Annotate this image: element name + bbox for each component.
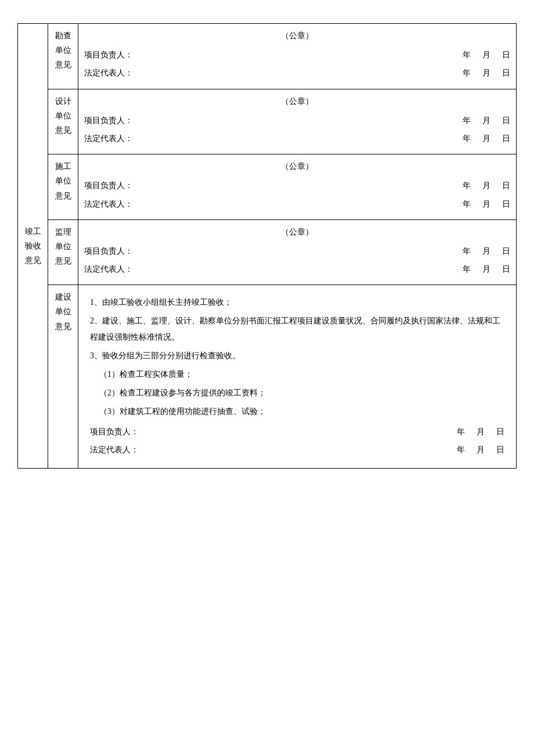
- label-supervision: 监理 单位 意见: [48, 219, 78, 285]
- sig-row-survey-2: 法定代表人： 年 月 日: [84, 66, 510, 80]
- content-design: （公章） 项目负责人： 年 月 日 法定代表人：: [78, 89, 517, 154]
- content-line-3: 3、验收分组为三部分分别进行检查验收。: [90, 348, 504, 364]
- content-line-5: （2）检查工程建设参与各方提供的竣工资料；: [90, 385, 504, 401]
- role-construction-1: 项目负责人：: [84, 178, 133, 193]
- date-construction-2: 年 月 日: [463, 197, 510, 211]
- row-owner: 建设 单位 意见 1、由竣工验收小组组长主持竣工验收； 2、建设、施工、监理、设…: [18, 285, 517, 468]
- month-survey-1: 月: [482, 48, 490, 62]
- sig-row-construction-2: 法定代表人： 年 月 日: [84, 197, 510, 211]
- role-survey-2: 法定代表人：: [84, 66, 133, 80]
- sig-row-construction-1: 项目负责人： 年 月 日: [84, 178, 510, 193]
- date-owner-1: 年 月 日: [457, 424, 504, 439]
- content-line-6: （3）对建筑工程的使用功能进行抽查、试验；: [90, 404, 504, 420]
- label-owner: 建设 单位 意见: [48, 285, 78, 468]
- stamp-survey: （公章）: [84, 28, 510, 43]
- day-supervision-1: 日: [502, 244, 510, 258]
- day-owner-2: 日: [496, 442, 504, 457]
- content-line-4: （1）检查工程实体质量；: [90, 366, 504, 383]
- stamp-design: （公章）: [84, 94, 510, 109]
- label-construction: 施工 单位 意见: [48, 154, 78, 220]
- page-wrapper: 竣工 验收 意见 勘查 单位 意见 （公章） 项目负责人： 年 月 日: [17, 23, 517, 469]
- date-supervision-2: 年 月 日: [463, 262, 510, 276]
- content-supervision: （公章） 项目负责人： 年 月 日 法定代表人：: [78, 219, 517, 285]
- content-construction: （公章） 项目负责人： 年 月 日 法定代表人：: [78, 154, 517, 220]
- date-design-1: 年 月 日: [463, 113, 510, 128]
- day-design-1: 日: [502, 113, 510, 128]
- month-owner-2: 月: [477, 442, 485, 457]
- role-supervision-2: 法定代表人：: [84, 262, 133, 276]
- row-supervision: 监理 单位 意见 （公章） 项目负责人： 年 月 日 法定代表人：: [18, 219, 517, 285]
- month-construction-1: 月: [482, 178, 490, 193]
- year-survey-2: 年: [463, 66, 471, 80]
- day-construction-1: 日: [502, 178, 510, 193]
- year-construction-1: 年: [463, 178, 471, 193]
- year-design-1: 年: [463, 113, 471, 128]
- content-line-2: 2、建设、施工、监理、设计、勘察单位分别书面汇报工程项目建设质量状况、合同履约及…: [90, 313, 504, 345]
- sig-row-survey-1: 项目负责人： 年 月 日: [84, 48, 510, 62]
- day-survey-1: 日: [502, 48, 510, 62]
- date-survey-2: 年 月 日: [463, 66, 510, 80]
- day-design-2: 日: [502, 131, 510, 146]
- role-supervision-1: 项目负责人：: [84, 244, 133, 258]
- month-design-1: 月: [482, 113, 490, 128]
- year-owner-1: 年: [457, 424, 465, 439]
- date-owner-2: 年 月 日: [457, 442, 504, 457]
- role-survey-1: 项目负责人：: [84, 48, 133, 62]
- year-supervision-1: 年: [463, 244, 471, 258]
- main-table: 竣工 验收 意见 勘查 单位 意见 （公章） 项目负责人： 年 月 日: [17, 23, 517, 469]
- month-supervision-2: 月: [482, 262, 490, 276]
- content-line-1: 1、由竣工验收小组组长主持竣工验收；: [90, 294, 504, 311]
- date-survey-1: 年 月 日: [463, 48, 510, 62]
- content-owner: 1、由竣工验收小组组长主持竣工验收； 2、建设、施工、监理、设计、勘察单位分别书…: [78, 285, 517, 468]
- date-supervision-1: 年 月 日: [463, 244, 510, 258]
- label-survey: 勘查 单位 意见: [48, 24, 78, 89]
- month-owner-1: 月: [477, 424, 485, 439]
- day-owner-1: 日: [496, 424, 504, 439]
- role-owner-2: 法定代表人：: [90, 442, 139, 457]
- role-owner-1: 项目负责人：: [90, 424, 139, 439]
- year-construction-2: 年: [463, 197, 471, 211]
- sig-row-owner-2: 法定代表人： 年 月 日: [90, 442, 504, 457]
- row-construction: 施工 单位 意见 （公章） 项目负责人： 年 月 日 法定代表人：: [18, 154, 517, 220]
- year-owner-2: 年: [457, 442, 465, 457]
- row-survey: 竣工 验收 意见 勘查 单位 意见 （公章） 项目负责人： 年 月 日: [18, 24, 517, 89]
- sig-row-supervision-1: 项目负责人： 年 月 日: [84, 244, 510, 258]
- month-design-2: 月: [482, 131, 490, 146]
- year-survey-1: 年: [463, 48, 471, 62]
- day-construction-2: 日: [502, 197, 510, 211]
- month-survey-2: 月: [482, 66, 490, 80]
- stamp-construction: （公章）: [84, 159, 510, 174]
- month-supervision-1: 月: [482, 244, 490, 258]
- sig-row-design-2: 法定代表人： 年 月 日: [84, 131, 510, 146]
- sig-row-design-1: 项目负责人： 年 月 日: [84, 113, 510, 128]
- role-construction-2: 法定代表人：: [84, 197, 133, 211]
- outer-label: 竣工 验收 意见: [18, 24, 48, 469]
- label-design: 设计 单位 意见: [48, 89, 78, 154]
- date-construction-1: 年 月 日: [463, 178, 510, 193]
- day-supervision-2: 日: [502, 262, 510, 276]
- stamp-supervision: （公章）: [84, 225, 510, 239]
- year-supervision-2: 年: [463, 262, 471, 276]
- content-survey: （公章） 项目负责人： 年 月 日 法定代表人：: [78, 24, 517, 89]
- day-survey-2: 日: [502, 66, 510, 80]
- row-design: 设计 单位 意见 （公章） 项目负责人： 年 月 日 法定代表人：: [18, 89, 517, 154]
- role-design-2: 法定代表人：: [84, 131, 133, 146]
- year-design-2: 年: [463, 131, 471, 146]
- sig-row-owner-1: 项目负责人： 年 月 日: [90, 424, 504, 439]
- date-design-2: 年 月 日: [463, 131, 510, 146]
- role-design-1: 项目负责人：: [84, 113, 133, 128]
- sig-row-supervision-2: 法定代表人： 年 月 日: [84, 262, 510, 276]
- month-construction-2: 月: [482, 197, 490, 211]
